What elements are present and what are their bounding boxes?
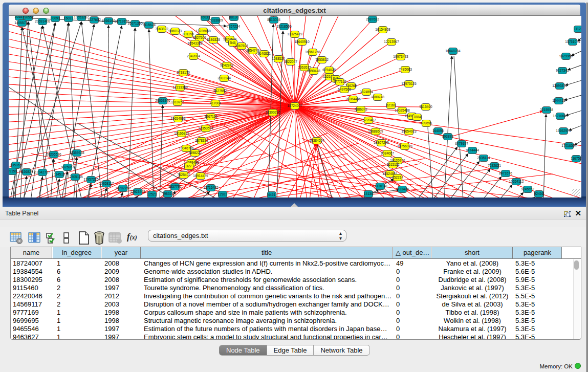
svg-text:190557: 190557 — [23, 16, 34, 19]
svg-text:3215958: 3215958 — [540, 108, 553, 112]
svg-text:1527602: 1527602 — [88, 18, 101, 21]
svg-text:13226058: 13226058 — [195, 29, 211, 33]
svg-text:2342004: 2342004 — [187, 54, 200, 58]
svg-text:891295: 891295 — [183, 32, 194, 36]
svg-text:2935114: 2935114 — [477, 156, 490, 160]
svg-text:88130: 88130 — [229, 16, 239, 19]
svg-text:16961758: 16961758 — [305, 50, 320, 54]
svg-text:417004: 417004 — [210, 101, 221, 105]
svg-text:116753: 116753 — [571, 157, 581, 160]
svg-text:9245652: 9245652 — [521, 187, 534, 191]
svg-text:9327505: 9327505 — [193, 36, 206, 39]
svg-text:16154808: 16154808 — [375, 28, 390, 31]
svg-text:1156829: 1156829 — [20, 170, 33, 173]
svg-text:16671355: 16671355 — [127, 21, 143, 25]
svg-text:16782759: 16782759 — [115, 186, 130, 190]
svg-text:16210643: 16210643 — [553, 114, 568, 118]
svg-text:6794028: 6794028 — [322, 68, 336, 72]
svg-text:9777169: 9777169 — [333, 80, 346, 83]
svg-text:9242848: 9242848 — [220, 63, 233, 67]
svg-text:20364436: 20364436 — [345, 97, 361, 101]
svg-text:9146821: 9146821 — [257, 52, 271, 55]
svg-text:6497568: 6497568 — [338, 87, 351, 91]
svg-text:16648784: 16648784 — [445, 49, 461, 53]
svg-text:7163822: 7163822 — [155, 27, 168, 31]
svg-text:10756928: 10756928 — [397, 144, 412, 148]
svg-text:18300295: 18300295 — [265, 111, 280, 114]
svg-text:10958117: 10958117 — [99, 182, 114, 185]
svg-text:9329966: 9329966 — [559, 54, 573, 58]
svg-text:252214: 252214 — [392, 176, 403, 179]
svg-text:2718170: 2718170 — [177, 71, 190, 74]
svg-text:12505135: 12505135 — [68, 175, 83, 179]
svg-text:12942737: 12942737 — [35, 170, 50, 174]
svg-text:17957225: 17957225 — [83, 178, 99, 181]
svg-text:19654923: 19654923 — [170, 117, 186, 120]
svg-text:3267110: 3267110 — [204, 115, 217, 118]
svg-text:7386372: 7386372 — [354, 107, 367, 111]
svg-text:9975867: 9975867 — [61, 165, 74, 169]
svg-text:12213369: 12213369 — [172, 85, 188, 89]
svg-text:39159: 39159 — [9, 169, 17, 173]
svg-text:10653267: 10653267 — [74, 16, 89, 19]
svg-text:8990448: 8990448 — [307, 69, 320, 73]
svg-text:12923448: 12923448 — [130, 190, 145, 193]
svg-text:6466160: 6466160 — [102, 19, 115, 23]
svg-text:164095: 164095 — [432, 129, 444, 133]
svg-text:4451: 4451 — [268, 193, 276, 196]
svg-text:10654112: 10654112 — [509, 180, 524, 183]
svg-text:1588520: 1588520 — [272, 57, 285, 60]
svg-text:1733426: 1733426 — [396, 187, 409, 191]
svg-text:335061: 335061 — [10, 163, 21, 167]
svg-text:15692971: 15692971 — [556, 129, 571, 133]
svg-text:14136141: 14136141 — [373, 184, 388, 188]
svg-text:16033: 16033 — [64, 16, 74, 20]
svg-text:9857791: 9857791 — [168, 185, 182, 188]
svg-text:14136: 14136 — [364, 192, 374, 195]
svg-text:7884: 7884 — [413, 115, 421, 119]
svg-text:9115460: 9115460 — [419, 105, 432, 108]
svg-text:20053346: 20053346 — [155, 99, 170, 102]
svg-text:9474444: 9474444 — [466, 148, 479, 152]
svg-text:19166829: 19166829 — [174, 132, 189, 135]
svg-text:3822037: 3822037 — [284, 60, 297, 63]
svg-text:9227342: 9227342 — [556, 69, 569, 72]
svg-text:2367608: 2367608 — [235, 44, 248, 48]
svg-text:18724007: 18724007 — [287, 104, 302, 107]
svg-text:327: 327 — [186, 164, 191, 168]
svg-text:19218506: 19218506 — [276, 25, 292, 28]
svg-text:8427552: 8427552 — [213, 89, 227, 93]
svg-text:12093872: 12093872 — [552, 84, 568, 87]
svg-text:7955812: 7955812 — [315, 58, 329, 61]
svg-text:7515524: 7515524 — [142, 23, 156, 27]
svg-text:3824554: 3824554 — [360, 90, 373, 94]
svg-text:7357224: 7357224 — [227, 25, 240, 28]
svg-text:8186328: 8186328 — [207, 38, 220, 41]
svg-text:3498222: 3498222 — [188, 151, 202, 155]
svg-text:12975125: 12975125 — [401, 82, 417, 85]
svg-text:20691406: 20691406 — [35, 19, 50, 23]
svg-text:19384554: 19384554 — [309, 139, 324, 142]
svg-text:6479197: 6479197 — [455, 142, 468, 145]
svg-text:2803144: 2803144 — [217, 76, 231, 80]
svg-text:12353594: 12353594 — [198, 126, 213, 130]
svg-text:13325419: 13325419 — [287, 32, 302, 36]
svg-text:10973493: 10973493 — [393, 55, 408, 58]
svg-text:7632621: 7632621 — [488, 164, 501, 167]
svg-text:16033809: 16033809 — [208, 18, 223, 22]
svg-text:19654923: 19654923 — [401, 129, 417, 133]
svg-text:92456: 92456 — [534, 192, 544, 195]
svg-text:62160: 62160 — [386, 103, 396, 107]
svg-text:1244415: 1244415 — [552, 99, 565, 102]
svg-text:699695: 699695 — [421, 121, 432, 125]
svg-text:7485063: 7485063 — [399, 68, 412, 71]
svg-text:12523: 12523 — [147, 192, 157, 196]
svg-text:114519: 114519 — [54, 172, 65, 176]
svg-text:16914479: 16914479 — [193, 174, 208, 178]
svg-text:3878332: 3878332 — [195, 139, 208, 142]
svg-text:20091: 20091 — [51, 16, 60, 20]
svg-text:16543382: 16543382 — [187, 41, 203, 45]
svg-text:8813054: 8813054 — [267, 18, 280, 21]
svg-text:15720407: 15720407 — [361, 118, 376, 122]
svg-text:1080748: 1080748 — [371, 95, 384, 99]
